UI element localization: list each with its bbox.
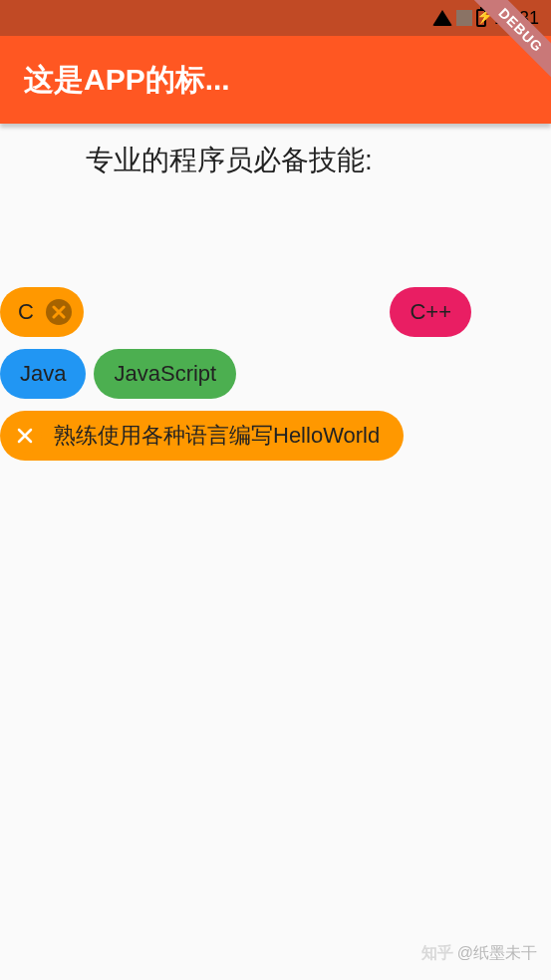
chip-row-1: C C++ [0, 287, 551, 337]
watermark-brand: 知乎 [421, 943, 453, 964]
chip-row-3: 熟练使用各种语言编写HelloWorld [0, 411, 551, 461]
app-title: 这是APP的标... [24, 60, 230, 101]
battery-icon [476, 9, 486, 27]
chip-javascript[interactable]: JavaScript [94, 349, 236, 399]
chip-row-2: Java JavaScript [0, 349, 551, 399]
watermark: 知乎 @纸墨未干 [421, 943, 537, 964]
watermark-author: @纸墨未干 [457, 943, 537, 964]
chip-helloworld[interactable]: 熟练使用各种语言编写HelloWorld [0, 411, 404, 461]
app-bar: 这是APP的标... [0, 36, 551, 124]
content-area: 专业的程序员必备技能: C C++ Java JavaScript [0, 124, 551, 461]
chip-label: JavaScript [114, 361, 216, 387]
close-icon[interactable] [8, 419, 42, 453]
chip-label: 熟练使用各种语言编写HelloWorld [54, 421, 380, 451]
chip-cpp[interactable]: C++ [390, 287, 471, 337]
status-bar: 10:31 [0, 0, 551, 36]
section-heading: 专业的程序员必备技能: [0, 142, 551, 179]
signal-icon [456, 10, 472, 26]
wifi-icon [432, 10, 452, 26]
chip-c[interactable]: C [0, 287, 84, 337]
close-icon[interactable] [46, 299, 72, 325]
chip-label: C [18, 299, 34, 325]
chip-label: C++ [410, 299, 451, 325]
chip-label: Java [20, 361, 66, 387]
chip-java[interactable]: Java [0, 349, 86, 399]
chips-container: C C++ Java JavaScript [0, 287, 551, 461]
